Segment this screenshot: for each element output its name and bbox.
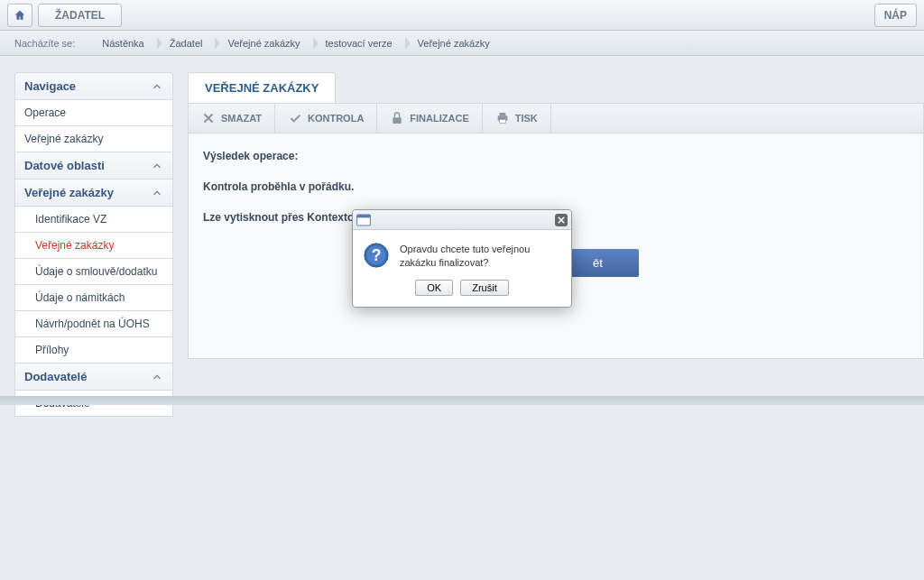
close-icon bbox=[558, 216, 565, 224]
dialog-header bbox=[353, 210, 571, 230]
dialog-buttons: OK Zrušit bbox=[353, 280, 571, 307]
dialog-body: ? Opravdu chcete tuto veřejnou zakázku f… bbox=[353, 230, 571, 280]
svg-text:?: ? bbox=[372, 246, 382, 264]
confirm-dialog: ? Opravdu chcete tuto veřejnou zakázku f… bbox=[352, 209, 572, 308]
ok-button[interactable]: OK bbox=[415, 280, 453, 296]
close-button[interactable] bbox=[555, 214, 568, 226]
window-icon bbox=[356, 214, 371, 226]
question-icon: ? bbox=[364, 243, 389, 268]
svg-rect-5 bbox=[357, 215, 371, 217]
modal-overlay: ? Opravdu chcete tuto veřejnou zakázku f… bbox=[0, 0, 924, 580]
cancel-button[interactable]: Zrušit bbox=[460, 280, 509, 296]
dialog-message: Opravdu chcete tuto veřejnou zakázku fin… bbox=[400, 243, 560, 271]
